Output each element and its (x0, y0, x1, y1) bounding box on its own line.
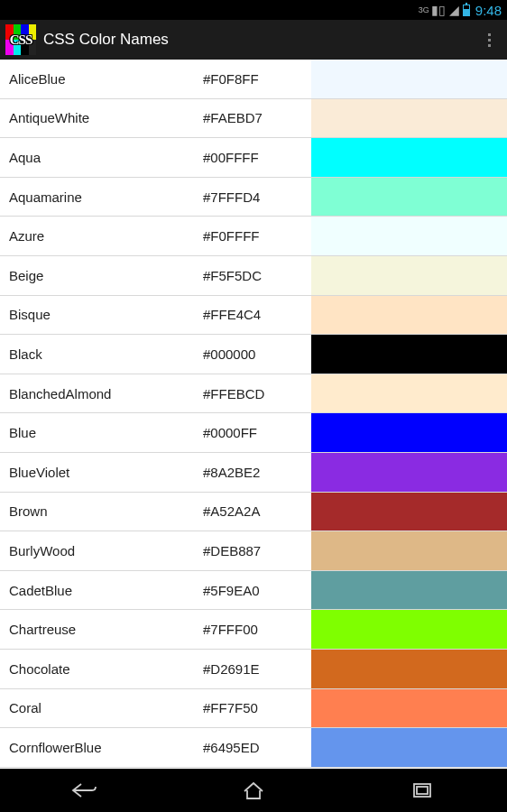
color-row[interactable]: Aqua#00FFFF (0, 138, 507, 178)
color-hex: #DEB887 (203, 531, 311, 570)
color-hex: #F0F8FF (203, 60, 311, 98)
color-row[interactable]: BlanchedAlmond#FFEBCD (0, 374, 507, 414)
status-bar: 3G ▮▯ ◢ 9:48 (0, 0, 507, 20)
color-row[interactable]: BlueViolet#8A2BE2 (0, 453, 507, 493)
color-swatch (311, 60, 507, 98)
color-name: Chartreuse (0, 610, 203, 649)
color-swatch (311, 413, 507, 452)
color-row[interactable]: Blue#0000FF (0, 413, 507, 453)
color-hex: #FF7F50 (203, 689, 311, 728)
color-name: Beige (0, 256, 203, 295)
color-row[interactable]: Black#000000 (0, 335, 507, 374)
color-swatch (311, 728, 507, 767)
color-row[interactable]: CornflowerBlue#6495ED (0, 728, 507, 768)
color-hex: #FAEBD7 (203, 99, 311, 138)
color-hex: #7FFFD4 (203, 178, 311, 217)
color-name: Aqua (0, 138, 203, 177)
color-name: Black (0, 335, 203, 374)
color-swatch (311, 178, 507, 217)
color-row[interactable]: AliceBlue#F0F8FF (0, 60, 507, 99)
color-row[interactable]: Brown#A52A2A (0, 493, 507, 532)
color-name: Brown (0, 493, 203, 531)
action-bar: CSS CSS Color Names (0, 20, 507, 60)
color-swatch (311, 296, 507, 335)
color-swatch (311, 453, 507, 492)
color-name: Coral (0, 689, 203, 728)
color-hex: #F5F5DC (203, 256, 311, 295)
color-hex: #5F9EA0 (203, 571, 311, 610)
color-row[interactable]: Azure#F0FFFF (0, 217, 507, 256)
color-hex: #FFEBCD (203, 374, 311, 413)
color-hex: #6495ED (203, 728, 311, 767)
color-row[interactable]: Chocolate#D2691E (0, 650, 507, 689)
color-name: AliceBlue (0, 60, 203, 98)
color-name: CornflowerBlue (0, 728, 203, 767)
color-swatch (311, 610, 507, 649)
svg-rect-1 (417, 787, 428, 794)
color-list[interactable]: AliceBlue#F0F8FFAntiqueWhite#FAEBD7Aqua#… (0, 60, 507, 769)
color-name: Azure (0, 217, 203, 255)
color-hex: #0000FF (203, 413, 311, 452)
color-hex: #000000 (203, 335, 311, 374)
color-row[interactable]: AntiqueWhite#FAEBD7 (0, 99, 507, 139)
network-indicator: 3G (419, 6, 429, 14)
color-hex: #A52A2A (203, 493, 311, 531)
navigation-bar (0, 769, 507, 812)
color-swatch (311, 493, 507, 531)
color-name: BlueViolet (0, 453, 203, 492)
color-name: BlanchedAlmond (0, 374, 203, 413)
battery-icon (463, 5, 470, 16)
color-swatch (311, 217, 507, 255)
color-row[interactable]: Bisque#FFE4C4 (0, 296, 507, 336)
overflow-menu-icon[interactable] (476, 33, 502, 47)
cell-signal-icon: ◢ (449, 3, 459, 17)
color-swatch (311, 138, 507, 177)
app-icon: CSS (5, 24, 36, 55)
color-row[interactable]: BurlyWood#DEB887 (0, 531, 507, 571)
color-name: AntiqueWhite (0, 99, 203, 138)
color-hex: #D2691E (203, 650, 311, 688)
color-hex: #FFE4C4 (203, 296, 311, 335)
color-row[interactable]: Coral#FF7F50 (0, 689, 507, 729)
color-name: Blue (0, 413, 203, 452)
color-name: BurlyWood (0, 531, 203, 570)
color-swatch (311, 571, 507, 610)
color-hex: #7FFF00 (203, 610, 311, 649)
recent-apps-button[interactable] (391, 777, 454, 804)
color-swatch (311, 650, 507, 688)
color-swatch (311, 531, 507, 570)
clock: 9:48 (475, 3, 502, 18)
color-name: Aquamarine (0, 178, 203, 217)
color-swatch (311, 99, 507, 138)
color-hex: #8A2BE2 (203, 453, 311, 492)
color-hex: #00FFFF (203, 138, 311, 177)
color-row[interactable]: Beige#F5F5DC (0, 256, 507, 296)
app-title: CSS Color Names (43, 31, 469, 49)
color-swatch (311, 374, 507, 413)
color-row[interactable]: Chartreuse#7FFF00 (0, 610, 507, 650)
color-swatch (311, 256, 507, 295)
color-row[interactable]: CadetBlue#5F9EA0 (0, 571, 507, 611)
color-name: CadetBlue (0, 571, 203, 610)
color-name: Chocolate (0, 650, 203, 688)
back-button[interactable] (53, 777, 116, 804)
signal-icon: ▮▯ (431, 3, 446, 17)
color-name: Bisque (0, 296, 203, 335)
color-swatch (311, 689, 507, 728)
home-button[interactable] (222, 777, 285, 804)
color-swatch (311, 335, 507, 374)
color-row[interactable]: Aquamarine#7FFFD4 (0, 178, 507, 217)
color-hex: #F0FFFF (203, 217, 311, 255)
